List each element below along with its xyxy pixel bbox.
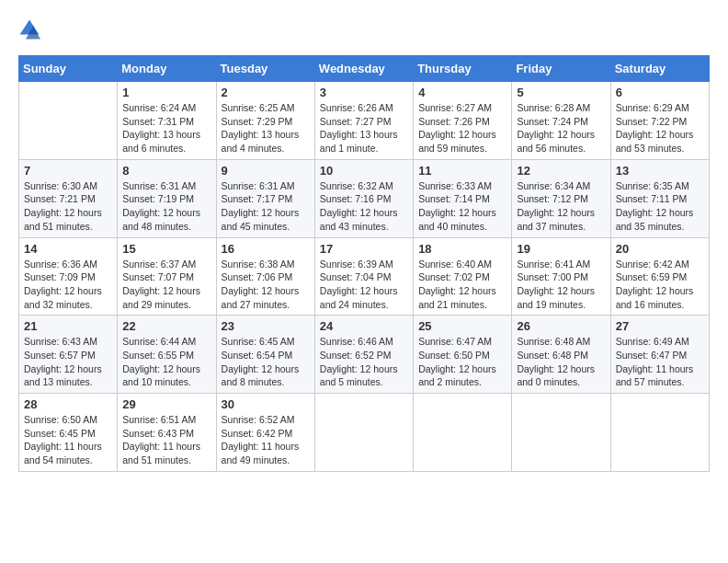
day-detail: Sunrise: 6:47 AMSunset: 6:50 PMDaylight:… <box>418 335 506 389</box>
logo <box>18 18 44 40</box>
day-detail: Sunrise: 6:39 AMSunset: 7:04 PMDaylight:… <box>320 258 408 312</box>
calendar-week-row: 1Sunrise: 6:24 AMSunset: 7:31 PMDaylight… <box>19 82 710 160</box>
calendar-cell <box>512 394 610 472</box>
calendar-cell: 14Sunrise: 6:36 AMSunset: 7:09 PMDayligh… <box>19 237 118 316</box>
logo-icon <box>18 18 40 40</box>
calendar-cell: 27Sunrise: 6:49 AMSunset: 6:47 PMDayligh… <box>610 316 709 394</box>
day-detail: Sunrise: 6:52 AMSunset: 6:42 PMDaylight:… <box>222 413 310 467</box>
calendar-cell: 5Sunrise: 6:28 AMSunset: 7:24 PMDaylight… <box>512 82 610 160</box>
day-detail: Sunrise: 6:25 AMSunset: 7:29 PMDaylight:… <box>222 101 310 155</box>
day-number: 4 <box>418 86 506 99</box>
day-of-week-header: Thursday <box>414 56 512 82</box>
day-number: 5 <box>517 86 605 99</box>
calendar-cell: 22Sunrise: 6:44 AMSunset: 6:55 PMDayligh… <box>118 316 216 394</box>
calendar-cell: 1Sunrise: 6:24 AMSunset: 7:31 PMDaylight… <box>118 82 216 160</box>
calendar-header <box>18 18 710 40</box>
day-of-week-header: Sunday <box>19 56 118 82</box>
day-detail: Sunrise: 6:41 AMSunset: 7:00 PMDaylight:… <box>517 258 605 312</box>
day-number: 24 <box>320 319 408 333</box>
day-detail: Sunrise: 6:27 AMSunset: 7:26 PMDaylight:… <box>418 101 506 155</box>
calendar-cell: 20Sunrise: 6:42 AMSunset: 6:59 PMDayligh… <box>610 237 709 316</box>
calendar-cell <box>610 394 709 472</box>
calendar-cell: 29Sunrise: 6:51 AMSunset: 6:43 PMDayligh… <box>118 394 216 472</box>
day-number: 28 <box>24 397 112 411</box>
day-number: 10 <box>320 164 408 178</box>
day-number: 11 <box>418 164 506 178</box>
day-detail: Sunrise: 6:38 AMSunset: 7:06 PMDaylight:… <box>222 258 310 312</box>
day-number: 9 <box>222 164 310 178</box>
day-detail: Sunrise: 6:29 AMSunset: 7:22 PMDaylight:… <box>616 101 704 155</box>
day-number: 23 <box>222 319 310 333</box>
day-number: 26 <box>517 319 605 333</box>
calendar-cell: 21Sunrise: 6:43 AMSunset: 6:57 PMDayligh… <box>19 316 118 394</box>
day-detail: Sunrise: 6:34 AMSunset: 7:12 PMDaylight:… <box>517 179 605 234</box>
day-detail: Sunrise: 6:26 AMSunset: 7:27 PMDaylight:… <box>320 101 408 155</box>
calendar-cell: 25Sunrise: 6:47 AMSunset: 6:50 PMDayligh… <box>414 316 512 394</box>
day-detail: Sunrise: 6:46 AMSunset: 6:52 PMDaylight:… <box>320 335 408 389</box>
calendar-week-row: 14Sunrise: 6:36 AMSunset: 7:09 PMDayligh… <box>19 237 710 316</box>
day-number: 22 <box>122 319 210 333</box>
day-number: 20 <box>616 242 704 256</box>
calendar-cell: 17Sunrise: 6:39 AMSunset: 7:04 PMDayligh… <box>314 237 413 316</box>
calendar-cell: 13Sunrise: 6:35 AMSunset: 7:11 PMDayligh… <box>610 159 709 237</box>
day-detail: Sunrise: 6:35 AMSunset: 7:11 PMDaylight:… <box>616 179 704 234</box>
calendar-cell: 4Sunrise: 6:27 AMSunset: 7:26 PMDaylight… <box>414 82 512 160</box>
day-detail: Sunrise: 6:43 AMSunset: 6:57 PMDaylight:… <box>24 335 112 389</box>
day-detail: Sunrise: 6:50 AMSunset: 6:45 PMDaylight:… <box>24 413 112 467</box>
day-number: 19 <box>517 242 605 256</box>
calendar-cell <box>314 394 413 472</box>
day-detail: Sunrise: 6:42 AMSunset: 6:59 PMDaylight:… <box>616 258 704 312</box>
calendar-cell: 28Sunrise: 6:50 AMSunset: 6:45 PMDayligh… <box>19 394 118 472</box>
calendar-cell: 23Sunrise: 6:45 AMSunset: 6:54 PMDayligh… <box>216 316 314 394</box>
day-detail: Sunrise: 6:33 AMSunset: 7:14 PMDaylight:… <box>418 179 506 234</box>
day-number: 25 <box>418 319 506 333</box>
day-detail: Sunrise: 6:45 AMSunset: 6:54 PMDaylight:… <box>222 335 310 389</box>
day-detail: Sunrise: 6:44 AMSunset: 6:55 PMDaylight:… <box>122 335 210 389</box>
day-number: 27 <box>616 319 704 333</box>
day-number: 7 <box>24 164 112 178</box>
calendar-cell: 9Sunrise: 6:31 AMSunset: 7:17 PMDaylight… <box>216 159 314 237</box>
day-detail: Sunrise: 6:37 AMSunset: 7:07 PMDaylight:… <box>122 258 210 312</box>
calendar-cell: 3Sunrise: 6:26 AMSunset: 7:27 PMDaylight… <box>314 82 413 160</box>
calendar-cell: 10Sunrise: 6:32 AMSunset: 7:16 PMDayligh… <box>314 159 413 237</box>
day-of-week-header: Monday <box>118 56 216 82</box>
day-detail: Sunrise: 6:36 AMSunset: 7:09 PMDaylight:… <box>24 258 112 312</box>
day-detail: Sunrise: 6:49 AMSunset: 6:47 PMDaylight:… <box>616 335 704 389</box>
day-detail: Sunrise: 6:24 AMSunset: 7:31 PMDaylight:… <box>122 101 210 155</box>
calendar-cell: 26Sunrise: 6:48 AMSunset: 6:48 PMDayligh… <box>512 316 610 394</box>
calendar-cell: 19Sunrise: 6:41 AMSunset: 7:00 PMDayligh… <box>512 237 610 316</box>
day-number: 6 <box>616 86 704 99</box>
day-number: 29 <box>122 397 210 411</box>
day-number: 14 <box>24 242 112 256</box>
day-detail: Sunrise: 6:28 AMSunset: 7:24 PMDaylight:… <box>517 101 605 155</box>
day-number: 8 <box>122 164 210 178</box>
calendar-week-row: 7Sunrise: 6:30 AMSunset: 7:21 PMDaylight… <box>19 159 710 237</box>
day-detail: Sunrise: 6:32 AMSunset: 7:16 PMDaylight:… <box>320 179 408 234</box>
day-number: 12 <box>517 164 605 178</box>
calendar-cell: 8Sunrise: 6:31 AMSunset: 7:19 PMDaylight… <box>118 159 216 237</box>
day-number: 30 <box>222 397 310 411</box>
day-number: 16 <box>222 242 310 256</box>
day-number: 18 <box>418 242 506 256</box>
day-of-week-header: Friday <box>512 56 610 82</box>
calendar-cell: 7Sunrise: 6:30 AMSunset: 7:21 PMDaylight… <box>19 159 118 237</box>
day-of-week-header: Wednesday <box>314 56 413 82</box>
calendar-cell <box>414 394 512 472</box>
day-number: 3 <box>320 86 408 99</box>
day-of-week-header: Tuesday <box>216 56 314 82</box>
calendar-cell: 11Sunrise: 6:33 AMSunset: 7:14 PMDayligh… <box>414 159 512 237</box>
day-number: 1 <box>122 86 210 99</box>
calendar-cell: 2Sunrise: 6:25 AMSunset: 7:29 PMDaylight… <box>216 82 314 160</box>
calendar-cell: 30Sunrise: 6:52 AMSunset: 6:42 PMDayligh… <box>216 394 314 472</box>
calendar-week-row: 28Sunrise: 6:50 AMSunset: 6:45 PMDayligh… <box>19 394 710 472</box>
calendar-cell: 12Sunrise: 6:34 AMSunset: 7:12 PMDayligh… <box>512 159 610 237</box>
calendar-table: SundayMondayTuesdayWednesdayThursdayFrid… <box>18 55 710 472</box>
calendar-header-row: SundayMondayTuesdayWednesdayThursdayFrid… <box>19 56 710 82</box>
day-detail: Sunrise: 6:31 AMSunset: 7:17 PMDaylight:… <box>222 179 310 234</box>
day-number: 21 <box>24 319 112 333</box>
day-detail: Sunrise: 6:31 AMSunset: 7:19 PMDaylight:… <box>122 179 210 234</box>
calendar-cell: 18Sunrise: 6:40 AMSunset: 7:02 PMDayligh… <box>414 237 512 316</box>
calendar-cell: 6Sunrise: 6:29 AMSunset: 7:22 PMDaylight… <box>610 82 709 160</box>
day-number: 17 <box>320 242 408 256</box>
day-detail: Sunrise: 6:48 AMSunset: 6:48 PMDaylight:… <box>517 335 605 389</box>
